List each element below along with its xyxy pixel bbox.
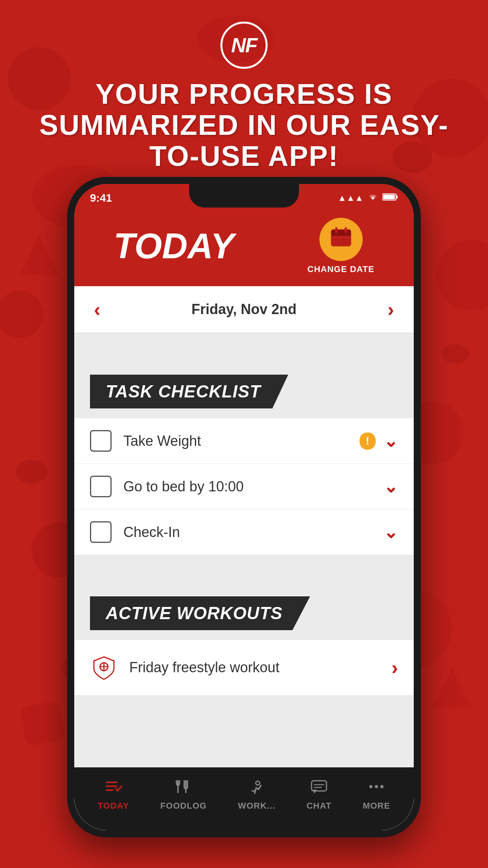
foodlog-nav-icon (175, 779, 192, 798)
status-time: 9:41 (90, 192, 112, 204)
app-logo: NF (218, 20, 270, 71)
nav-chat[interactable]: CHAT (299, 775, 339, 815)
svg-marker-16 (432, 668, 471, 708)
change-date-label: CHANGE DATE (307, 264, 374, 274)
bottom-spacer (74, 695, 414, 774)
active-workouts-title-bg: ACTIVE WORKOUTS (90, 596, 310, 630)
nav-today[interactable]: TODAY (90, 775, 137, 815)
current-date: Friday, Nov 2nd (191, 301, 296, 318)
checklist-item: Take Weight ! ⌄ (74, 418, 414, 464)
svg-rect-20 (383, 195, 395, 199)
signal-icon: ▲▲▲ (338, 193, 363, 203)
checklist-item-right: ! ⌄ (360, 431, 398, 451)
chat-nav-icon (310, 779, 328, 798)
svg-marker-17 (20, 236, 59, 275)
svg-point-43 (375, 785, 378, 788)
svg-rect-39 (312, 781, 327, 791)
active-workouts-title: ACTIVE WORKOUTS (106, 603, 283, 623)
svg-rect-15 (20, 701, 65, 747)
go-to-bed-label: Go to bed by 10:00 (123, 478, 244, 495)
foodlog-nav-label: FOODLOG (160, 801, 207, 811)
phone-mockup: 9:41 ▲▲▲ (67, 177, 421, 837)
battery-icon (382, 193, 398, 203)
more-nav-icon (368, 779, 385, 798)
gap-area-2 (74, 555, 414, 579)
svg-point-4 (436, 240, 488, 311)
phone-notch (189, 184, 299, 208)
checklist-item: Check-In ⌄ (74, 509, 414, 555)
task-checklist-title: TASK CHECKLIST (106, 382, 261, 401)
expand-take-weight[interactable]: ⌄ (383, 431, 398, 451)
more-nav-label: MORE (363, 801, 390, 811)
workout-chevron-right[interactable]: › (391, 656, 398, 679)
svg-point-11 (442, 344, 470, 364)
checklist-item-left: Go to bed by 10:00 (90, 476, 383, 497)
svg-rect-25 (345, 227, 347, 233)
today-nav-label: TODAY (98, 801, 129, 811)
checklist-item: Go to bed by 10:00 ⌄ (74, 464, 414, 509)
checklist-item-right: ⌄ (383, 476, 398, 497)
nav-more[interactable]: MORE (355, 775, 398, 815)
calendar-circle (319, 218, 363, 261)
active-workouts-header: ACTIVE WORKOUTS (74, 587, 414, 640)
svg-point-10 (16, 460, 47, 484)
workout-shield-icon: ! (90, 654, 117, 681)
check-in-label: Check-In (123, 524, 180, 541)
today-title: TODAY (114, 226, 234, 267)
checkbox-check-in[interactable] (90, 521, 112, 543)
date-nav: ‹ Friday, Nov 2nd › (74, 286, 414, 333)
chat-nav-label: CHAT (306, 801, 331, 811)
checklist-item-left: Take Weight (90, 430, 360, 452)
phone-screen: 9:41 ▲▲▲ (74, 184, 414, 830)
checklist-container: Take Weight ! ⌄ Go to bed (74, 418, 414, 555)
hero-title: YOUR PROGRESS IS SUMMARIZED IN OUR EASY-… (28, 79, 460, 172)
phone-frame: 9:41 ▲▲▲ (67, 177, 421, 837)
active-workouts-section: ACTIVE WORKOUTS (74, 587, 414, 695)
warning-badge: ! (360, 432, 376, 450)
svg-point-38 (256, 781, 260, 785)
nav-workouts[interactable]: WORK... (230, 775, 283, 815)
svg-point-3 (0, 291, 43, 338)
svg-rect-24 (335, 227, 338, 233)
task-checklist-header: TASK CHECKLIST (74, 365, 414, 418)
svg-point-42 (369, 785, 372, 788)
workout-item[interactable]: ! Friday freestyle workout › (74, 640, 414, 695)
calendar-icon (330, 226, 352, 253)
checklist-item-left: Check-In (90, 521, 383, 543)
logo-text: NF (231, 33, 257, 57)
checklist-item-right: ⌄ (383, 522, 398, 542)
today-nav-icon (105, 779, 122, 798)
workouts-nav-label: WORK... (238, 801, 275, 811)
change-date-button[interactable]: CHANGE DATE (307, 218, 374, 274)
expand-go-to-bed[interactable]: ⌄ (383, 476, 398, 497)
warning-icon: ! (366, 435, 369, 447)
svg-rect-19 (396, 195, 398, 199)
bottom-nav: TODAY FOODLOG (74, 767, 414, 830)
gap-area (74, 333, 414, 357)
take-weight-label: Take Weight (123, 433, 201, 449)
workouts-nav-icon (247, 779, 266, 798)
svg-rect-26 (331, 234, 351, 236)
friday-workout-label: Friday freestyle workout (129, 659, 279, 676)
next-date-button[interactable]: › (387, 298, 394, 321)
wifi-icon (367, 193, 378, 204)
svg-text:!: ! (103, 662, 105, 671)
expand-check-in[interactable]: ⌄ (383, 522, 398, 542)
svg-point-44 (380, 785, 383, 788)
checkbox-go-to-bed[interactable] (90, 476, 112, 497)
prev-date-button[interactable]: ‹ (94, 298, 101, 321)
checkbox-take-weight[interactable] (90, 430, 112, 452)
status-icons: ▲▲▲ (338, 193, 398, 204)
workout-item-left: ! Friday freestyle workout (90, 654, 279, 681)
nav-foodlog[interactable]: FOODLOG (152, 775, 215, 815)
scroll-area: ‹ Friday, Nov 2nd › TASK CHECKLIST (74, 286, 414, 830)
task-checklist-title-bg: TASK CHECKLIST (90, 375, 288, 408)
